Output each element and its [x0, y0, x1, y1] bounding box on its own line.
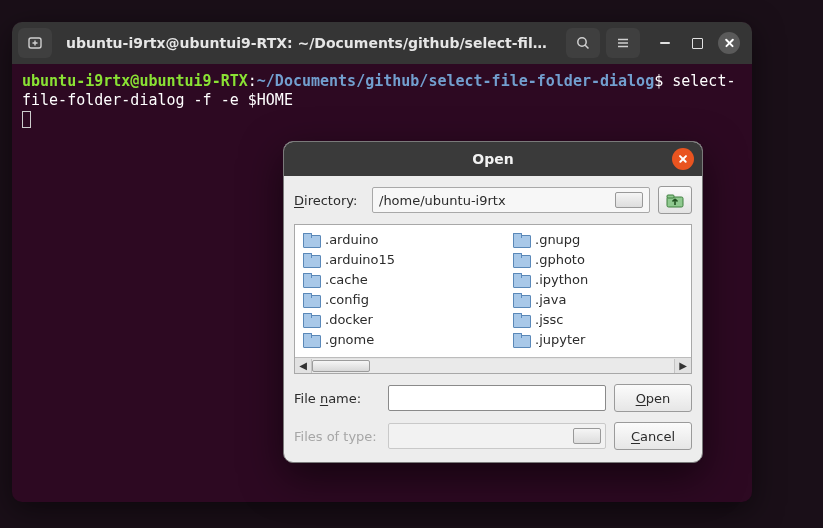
folder-item[interactable]: .gnome: [303, 329, 473, 349]
terminal-title: ubuntu-i9rtx@ubuntui9-RTX: ~/Documents/g…: [58, 35, 560, 51]
folder-item[interactable]: .jupyter: [513, 329, 683, 349]
folder-name: .gphoto: [535, 252, 585, 267]
dialog-body: Directory: /home/ubuntu-i9rtx .arduino.a…: [284, 176, 702, 462]
scroll-track[interactable]: [311, 359, 675, 373]
dialog-titlebar[interactable]: Open: [284, 142, 702, 176]
filename-input[interactable]: [388, 385, 606, 411]
window-minimize-button[interactable]: [654, 32, 676, 54]
prompt-dollar: $: [654, 72, 663, 90]
directory-combobox[interactable]: /home/ubuntu-i9rtx: [372, 187, 650, 213]
new-tab-icon: [27, 35, 43, 51]
folder-icon: [303, 253, 319, 266]
folder-icon: [513, 253, 529, 266]
filetypes-label: Files of type:: [294, 429, 380, 444]
folder-icon: [303, 313, 319, 326]
menu-button[interactable]: [606, 28, 640, 58]
filetypes-row: Files of type: Cancel: [294, 422, 692, 450]
svg-rect-9: [667, 195, 674, 198]
terminal-titlebar: ubuntu-i9rtx@ubuntui9-RTX: ~/Documents/g…: [12, 22, 752, 64]
folder-name: .ipython: [535, 272, 588, 287]
folder-name: .gnome: [325, 332, 374, 347]
folder-icon: [303, 273, 319, 286]
terminal-cursor: [22, 111, 31, 128]
prompt-user: ubuntu-i9rtx@ubuntui9-RTX: [22, 72, 248, 90]
folder-icon: [303, 333, 319, 346]
folder-icon: [513, 293, 529, 306]
window-close-button[interactable]: [718, 32, 740, 54]
svg-point-3: [578, 38, 586, 46]
scroll-thumb[interactable]: [312, 360, 370, 372]
dialog-close-button[interactable]: [672, 148, 694, 170]
folder-name: .java: [535, 292, 566, 307]
folder-item[interactable]: .gphoto: [513, 249, 683, 269]
folder-item[interactable]: .gnupg: [513, 229, 683, 249]
scroll-left-button[interactable]: ◀: [295, 359, 311, 373]
directory-row: Directory: /home/ubuntu-i9rtx: [294, 186, 692, 214]
folder-icon: [303, 293, 319, 306]
folder-item[interactable]: .jssc: [513, 309, 683, 329]
folder-name: .jupyter: [535, 332, 585, 347]
scroll-right-button[interactable]: ▶: [675, 359, 691, 373]
folder-icon: [303, 233, 319, 246]
dialog-title: Open: [472, 151, 513, 167]
folder-item[interactable]: .cache: [303, 269, 473, 289]
open-dialog: Open Directory: /home/ubuntu-i9rtx .ardu…: [283, 141, 703, 463]
go-up-button[interactable]: [658, 186, 692, 214]
folder-name: .docker: [325, 312, 373, 327]
file-area: .arduino.arduino15.cache.config.docker.g…: [294, 224, 692, 374]
folder-icon: [513, 273, 529, 286]
search-button[interactable]: [566, 28, 600, 58]
folder-icon: [513, 313, 529, 326]
open-button[interactable]: Open: [614, 384, 692, 412]
hamburger-icon: [615, 35, 631, 51]
svg-line-4: [585, 45, 588, 48]
folder-name: .arduino: [325, 232, 379, 247]
folder-name: .cache: [325, 272, 368, 287]
prompt-path: ~/Documents/github/select-file-folder-di…: [257, 72, 654, 90]
cancel-button[interactable]: Cancel: [614, 422, 692, 450]
folder-icon: [513, 333, 529, 346]
search-icon: [575, 35, 591, 51]
folder-name: .jssc: [535, 312, 563, 327]
new-tab-button[interactable]: [18, 28, 52, 58]
filename-row: File name: Open: [294, 384, 692, 412]
folder-name: .arduino15: [325, 252, 395, 267]
folder-item[interactable]: .config: [303, 289, 473, 309]
filetypes-dropdown-button[interactable]: [573, 428, 601, 444]
filetypes-combobox[interactable]: [388, 423, 606, 449]
terminal-body[interactable]: ubuntu-i9rtx@ubuntui9-RTX:~/Documents/gi…: [12, 64, 752, 136]
folder-item[interactable]: .arduino: [303, 229, 473, 249]
folder-item[interactable]: .java: [513, 289, 683, 309]
directory-dropdown-button[interactable]: [615, 192, 643, 208]
window-maximize-button[interactable]: [686, 32, 708, 54]
folder-icon: [513, 233, 529, 246]
folder-up-icon: [665, 190, 685, 210]
file-list[interactable]: .arduino.arduino15.cache.config.docker.g…: [295, 225, 691, 357]
folder-name: .gnupg: [535, 232, 580, 247]
directory-value: /home/ubuntu-i9rtx: [379, 193, 506, 208]
folder-item[interactable]: .arduino15: [303, 249, 473, 269]
window-controls: [654, 32, 740, 54]
directory-label: Directory:: [294, 193, 364, 208]
prompt-separator: :: [248, 72, 257, 90]
horizontal-scrollbar[interactable]: ◀ ▶: [295, 357, 691, 373]
folder-item[interactable]: .ipython: [513, 269, 683, 289]
folder-name: .config: [325, 292, 369, 307]
folder-item[interactable]: .docker: [303, 309, 473, 329]
filename-label: File name:: [294, 391, 380, 406]
